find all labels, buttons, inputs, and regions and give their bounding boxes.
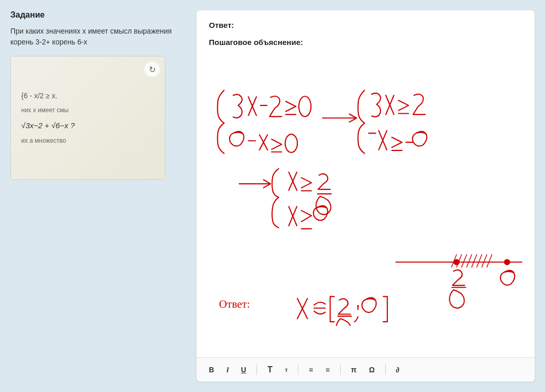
svg-point-0: [299, 96, 311, 116]
editor-toolbar: B I U T т ≡ ≡ π Ω ∂: [196, 357, 535, 382]
list-unordered-button[interactable]: ≡: [321, 364, 334, 376]
right-panel: Ответ: Пошаговое объяснение:: [196, 10, 535, 382]
bold-button[interactable]: B: [205, 364, 218, 376]
link-button[interactable]: ∂: [392, 364, 404, 376]
text-large-button[interactable]: T: [263, 363, 277, 376]
task-image: {6 - x/2 ≥ x. них x имеет смы √3x−2 + √6…: [10, 56, 165, 180]
svg-point-1: [285, 134, 297, 153]
divider-3: [340, 365, 341, 375]
italic-button[interactable]: I: [222, 364, 233, 376]
divider-4: [385, 365, 386, 375]
answer-area: Ответ: Пошаговое объяснение:: [196, 10, 535, 357]
step-label: Пошаговое объяснение:: [209, 38, 522, 47]
divider-2: [298, 365, 298, 375]
math-solution: Ответ:: [209, 57, 522, 326]
list-ordered-button[interactable]: ≡: [305, 364, 317, 376]
image-overlay: {6 - x/2 ≥ x. них x имеет смы √3x−2 + √6…: [11, 56, 165, 179]
svg-text:Ответ:: Ответ:: [219, 298, 250, 310]
answer-label: Ответ:: [209, 21, 522, 29]
svg-point-2: [454, 260, 459, 265]
task-title: Задание: [10, 10, 186, 20]
text-small-button[interactable]: т: [281, 365, 292, 375]
svg-point-3: [505, 260, 510, 265]
left-panel: Задание При каких значениях x имеет смыс…: [10, 10, 186, 382]
divider-1: [256, 365, 257, 375]
omega-button[interactable]: Ω: [365, 364, 379, 376]
task-description: При каких значениях x имеет смысл выраже…: [10, 26, 186, 48]
refresh-icon[interactable]: ↻: [144, 62, 160, 77]
underline-button[interactable]: U: [237, 364, 250, 376]
svg-point-5: [357, 305, 359, 307]
pi-button[interactable]: π: [347, 364, 361, 376]
